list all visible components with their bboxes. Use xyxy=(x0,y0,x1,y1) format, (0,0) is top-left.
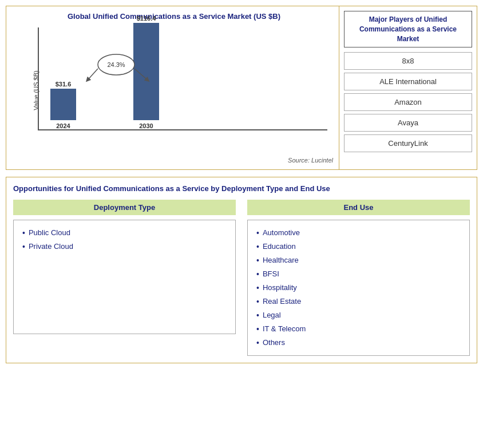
players-title-box: Major Players of Unified Communications … xyxy=(344,11,472,47)
bullet-icon: • xyxy=(256,228,259,237)
main-container: Global Unified Communications as a Servi… xyxy=(0,0,483,369)
enduse-item-it-telecom: • IT & Telecom xyxy=(256,322,461,336)
bullet-icon: • xyxy=(256,269,259,279)
bullet-icon: • xyxy=(256,311,259,320)
enduse-item-label: BFSI xyxy=(263,269,279,278)
top-section: Global Unified Communications as a Servi… xyxy=(6,6,477,170)
deployment-item-label: Private Cloud xyxy=(29,242,73,251)
enduse-item-label: IT & Telecom xyxy=(263,324,306,333)
enduse-item-real-estate: • Real Estate xyxy=(256,295,461,308)
deployment-list-box: • Public Cloud • Private Cloud xyxy=(13,220,236,334)
bullet-icon: • xyxy=(256,242,259,251)
enduse-item-label: Automotive xyxy=(263,228,300,237)
player-item-avaya: Avaya xyxy=(344,114,472,132)
bullet-icon: • xyxy=(256,283,259,292)
svg-text:24.3%: 24.3% xyxy=(107,61,125,68)
bullet-icon: • xyxy=(256,338,259,347)
enduse-list-box: • Automotive • Education • Healthcare • … xyxy=(247,220,470,356)
bar-value-2024: $31.6 xyxy=(56,81,72,88)
enduse-item-education: • Education xyxy=(256,240,461,253)
deployment-item-private-cloud: • Private Cloud xyxy=(22,240,227,253)
svg-line-2 xyxy=(88,69,98,80)
enduse-header: End Use xyxy=(247,200,470,215)
enduse-item-legal: • Legal xyxy=(256,308,461,322)
deployment-item-label: Public Cloud xyxy=(29,228,70,237)
bullet-icon: • xyxy=(22,242,25,251)
enduse-item-bfsi: • BFSI xyxy=(256,267,461,281)
players-area: Major Players of Unified Communications … xyxy=(339,6,477,169)
enduse-item-label: Others xyxy=(263,338,285,347)
bar-label-2030: 2030 xyxy=(139,122,153,129)
enduse-item-others: • Others xyxy=(256,336,461,350)
bar-2030 xyxy=(133,23,159,120)
chart-title: Global Unified Communications as a Servi… xyxy=(15,12,333,22)
chart-area: Global Unified Communications as a Servi… xyxy=(6,6,339,169)
bullet-icon: • xyxy=(256,324,259,334)
bullet-icon: • xyxy=(256,297,259,306)
deployment-header: Deployment Type xyxy=(13,200,236,215)
bar-chart-wrapper: Value (US $B) $31.6 2024 24.3% xyxy=(38,27,327,153)
deployment-section: Deployment Type • Public Cloud • Private… xyxy=(13,200,236,356)
player-item-ale: ALE International xyxy=(344,73,472,90)
bottom-columns: Deployment Type • Public Cloud • Private… xyxy=(13,200,470,356)
bar-group-2024: $31.6 2024 xyxy=(50,81,76,129)
player-item-centurylink: CenturyLink xyxy=(344,134,472,152)
enduse-item-label: Education xyxy=(263,242,296,251)
bars-container: $31.6 2024 24.3% xyxy=(38,27,327,130)
bullet-icon: • xyxy=(256,256,259,265)
bar-group-2030: $116.4 2030 xyxy=(133,15,159,129)
svg-point-0 xyxy=(98,54,134,75)
bar-label-2024: 2024 xyxy=(56,122,70,129)
enduse-item-label: Healthcare xyxy=(263,256,299,264)
enduse-item-label: Real Estate xyxy=(263,297,301,306)
enduse-item-healthcare: • Healthcare xyxy=(256,253,461,267)
bar-2024 xyxy=(50,89,76,120)
bottom-title: Opportunities for Unified Communications… xyxy=(13,184,470,193)
player-item-8x8: 8x8 xyxy=(344,52,472,70)
source-text: Source: Lucintel xyxy=(15,157,333,164)
enduse-item-automotive: • Automotive xyxy=(256,226,461,240)
bullet-icon: • xyxy=(22,228,25,237)
enduse-section: End Use • Automotive • Education • Healt… xyxy=(247,200,470,356)
bottom-section: Opportunities for Unified Communications… xyxy=(6,177,477,363)
enduse-item-label: Hospitality xyxy=(263,283,297,292)
enduse-item-hospitality: • Hospitality xyxy=(256,281,461,295)
deployment-item-public-cloud: • Public Cloud xyxy=(22,226,227,240)
bar-value-2030: $116.4 xyxy=(137,15,156,22)
enduse-item-label: Legal xyxy=(263,311,281,319)
player-item-amazon: Amazon xyxy=(344,93,472,111)
